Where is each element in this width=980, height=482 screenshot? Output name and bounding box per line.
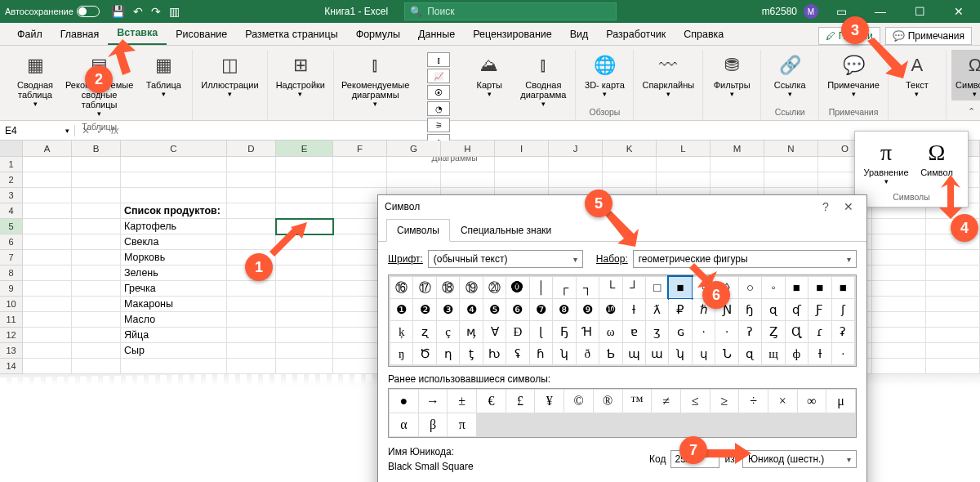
col-header[interactable]: M: [710, 141, 764, 156]
symbol-cell[interactable]: ₽: [669, 299, 691, 320]
close-icon[interactable]: ✕: [837, 200, 860, 213]
cell[interactable]: [227, 359, 276, 374]
symbol-cell[interactable]: Ɦ: [577, 321, 599, 342]
tab-разработчик[interactable]: Разработчик: [597, 24, 675, 45]
cell[interactable]: [72, 281, 121, 297]
row-header[interactable]: 7: [0, 250, 23, 266]
toggle-off-icon[interactable]: [77, 6, 100, 17]
cell[interactable]: [227, 281, 276, 297]
cell[interactable]: [227, 312, 276, 328]
symbol-cell[interactable]: ɋ: [739, 343, 761, 364]
recent-symbol-cell[interactable]: ≤: [681, 390, 710, 413]
cell[interactable]: Яйца: [121, 328, 227, 343]
symbol-cell[interactable]: ɧ: [739, 299, 761, 320]
row-header[interactable]: 4: [0, 203, 23, 219]
symbol-cell[interactable]: ʡ: [832, 321, 854, 342]
pivot-table-button[interactable]: ▦Сводная таблица▾: [11, 50, 59, 110]
col-header[interactable]: A: [23, 141, 72, 156]
cell[interactable]: [549, 172, 603, 188]
cell[interactable]: [72, 203, 121, 219]
cell[interactable]: [23, 250, 72, 266]
row-header[interactable]: 8: [0, 266, 23, 281]
symbol-cell[interactable]: ❸: [437, 299, 459, 320]
tab-вид[interactable]: Вид: [561, 24, 598, 45]
symbol-cell[interactable]: Ƅ: [599, 343, 621, 364]
cell[interactable]: Макароны: [121, 297, 227, 312]
symbol-cell[interactable]: ■: [832, 277, 854, 298]
cell[interactable]: [72, 328, 121, 343]
symbol-cell[interactable]: ƚ: [808, 343, 831, 364]
cell[interactable]: [23, 312, 72, 328]
cell[interactable]: [276, 188, 333, 203]
row-header[interactable]: 2: [0, 172, 23, 188]
symbol-cell[interactable]: ʮ: [669, 343, 691, 364]
cell[interactable]: [72, 172, 121, 188]
equation-button[interactable]: π Уравнение ▾: [863, 136, 909, 189]
cell[interactable]: [72, 359, 121, 374]
symbol-cell[interactable]: ð: [577, 343, 599, 364]
col-header[interactable]: H: [441, 141, 495, 156]
tab-разметка страницы[interactable]: Разметка страницы: [236, 24, 346, 45]
row-header[interactable]: 10: [0, 297, 23, 312]
symbol-cell[interactable]: ƫ: [460, 343, 482, 364]
cell[interactable]: [387, 172, 441, 188]
cell[interactable]: [276, 157, 333, 172]
cell[interactable]: [333, 172, 387, 188]
recent-symbol-cell[interactable]: ©: [564, 390, 593, 413]
symbol-cell[interactable]: ɢ: [669, 321, 691, 342]
cell[interactable]: [23, 297, 72, 312]
tab-рисование[interactable]: Рисование: [167, 24, 236, 45]
recent-symbol-cell[interactable]: ÷: [739, 390, 768, 413]
dialog-tab[interactable]: Специальные знаки: [450, 219, 562, 242]
symbol-cell[interactable]: ❾: [577, 299, 599, 320]
row-header[interactable]: 14: [0, 359, 23, 374]
cell[interactable]: [926, 297, 980, 312]
cell[interactable]: [441, 172, 495, 188]
cell[interactable]: [872, 328, 926, 343]
cell[interactable]: [387, 157, 441, 172]
cell[interactable]: [121, 188, 227, 203]
symbol-cell[interactable]: ∀: [483, 321, 506, 342]
close-icon[interactable]: ✕: [942, 5, 975, 18]
recent-symbol-cell[interactable]: →: [419, 390, 448, 413]
symbols-button[interactable]: ΩСимволы▾: [951, 50, 980, 100]
3d-map-button[interactable]: 🌐3D- карта▾: [581, 50, 628, 100]
chevron-down-icon[interactable]: ▾: [65, 127, 69, 135]
from-dropdown[interactable]: Юникод (шестн.)▾: [742, 450, 857, 468]
symbol-cell[interactable]: ⑳: [483, 277, 506, 298]
symbol-cell[interactable]: ɋ: [762, 299, 784, 320]
symbol-cell[interactable]: ○: [739, 277, 761, 298]
tab-рецензирование[interactable]: Рецензирование: [464, 24, 561, 45]
cell[interactable]: Свекла: [121, 234, 227, 250]
cell[interactable]: [227, 203, 276, 219]
symbol-cell[interactable]: ɥ: [693, 343, 715, 364]
cell[interactable]: [227, 343, 276, 359]
cell[interactable]: [276, 297, 333, 312]
cell[interactable]: [23, 359, 72, 374]
symbol-cell[interactable]: щ: [762, 343, 784, 364]
cell[interactable]: [333, 157, 387, 172]
tab-данные[interactable]: Данные: [409, 24, 464, 45]
col-header[interactable]: J: [549, 141, 603, 156]
collapse-ribbon-icon[interactable]: ⌃: [968, 106, 975, 117]
cell[interactable]: Картофель: [121, 219, 227, 234]
cell[interactable]: [872, 343, 926, 359]
recent-symbol-cell[interactable]: £: [506, 390, 535, 413]
set-dropdown[interactable]: геометрические фигуры▾: [633, 250, 857, 268]
cell[interactable]: [23, 281, 72, 297]
save-icon[interactable]: 💾: [111, 5, 125, 18]
row-header[interactable]: 1: [0, 157, 23, 172]
symbol-grid[interactable]: ⑯⑰⑱⑲⑳⓿│┌┐└┘□■▫◊○◦■■■❶❷❸❹❺❻❼❽❾❿ƚƛ₽ℏƝɧɋʠƑʃ…: [388, 274, 857, 367]
cell[interactable]: [276, 359, 333, 374]
recent-symbols[interactable]: ●→±€£¥©®™≠≤≥÷×∞μαβπ: [388, 388, 857, 438]
cell[interactable]: [657, 157, 710, 172]
symbol-cell[interactable]: ·: [832, 343, 854, 364]
symbol-cell[interactable]: ⑰: [413, 277, 435, 298]
cell[interactable]: [276, 343, 333, 359]
symbol-cell[interactable]: ɾ: [808, 321, 831, 342]
dialog-tab[interactable]: Символы: [386, 219, 450, 242]
cell[interactable]: [276, 172, 333, 188]
symbol-cell[interactable]: ƚ: [623, 299, 645, 320]
row-header[interactable]: 13: [0, 343, 23, 359]
symbol-cell[interactable]: ■: [669, 277, 691, 298]
